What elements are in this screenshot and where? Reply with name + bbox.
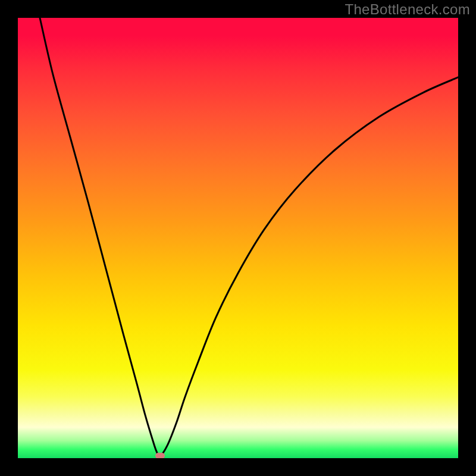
watermark-text: TheBottleneck.com <box>345 1 470 18</box>
chart-frame: TheBottleneck.com <box>0 0 476 476</box>
minimum-marker <box>155 453 165 458</box>
curve-svg <box>18 18 458 458</box>
curve-path <box>40 18 458 456</box>
plot-area <box>18 18 458 458</box>
